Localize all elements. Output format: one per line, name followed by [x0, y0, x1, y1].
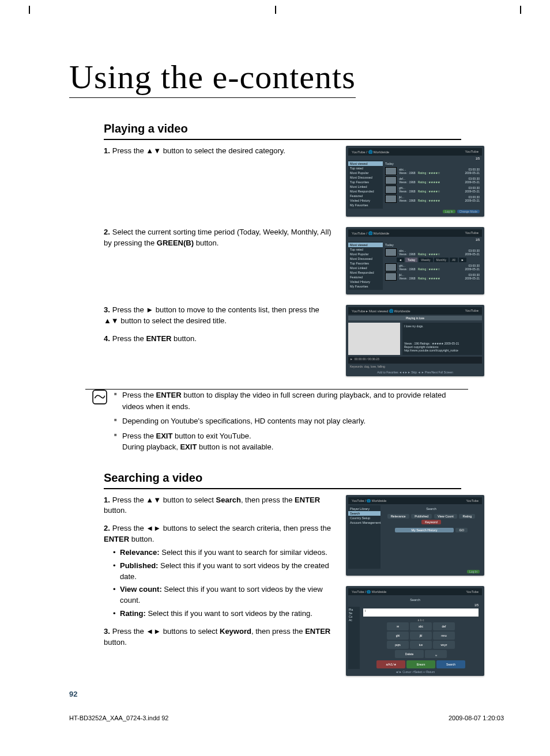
ss-sidebar: Most viewed Top rated Most Popular Most … [348, 160, 383, 209]
ss-path: YouTube / 🌐 Worldwide [352, 231, 389, 235]
sidebar-item[interactable]: Most Responded [348, 189, 383, 194]
note-2: Depending on Youtube's specifications, H… [114, 415, 461, 427]
login-button[interactable]: Log In [443, 210, 455, 213]
video-info: I love my dogs. Views : 196 Ratings : ★★… [402, 323, 482, 355]
list-item[interactable]: ghi...Views : 1968 Rating : ★★★★☆03:00:3… [385, 263, 480, 271]
sidebar-item[interactable]: Most Linked [348, 184, 383, 189]
key[interactable]: ✉ [387, 622, 409, 630]
sidebar-item[interactable]: Featured [348, 275, 383, 279]
sidebar-item[interactable]: Most viewed [348, 161, 383, 166]
play-step-3: 3.Press the ► button to move to the cont… [104, 305, 334, 327]
sidebar-item[interactable]: Top Favorites [348, 180, 383, 184]
search-step-2: 2.Press the ◄► buttons to select the sea… [104, 523, 334, 619]
key-tuv[interactable]: tuv [410, 641, 432, 649]
play-step-1: 1.Press the ▲▼ button to select the desi… [104, 146, 334, 157]
pill-published[interactable]: Published [411, 514, 432, 519]
sidebar-item[interactable]: Most Discussed [348, 256, 383, 261]
sidebar-item[interactable]: Visited History [348, 279, 383, 284]
search-step-3: 3.Press the ◄► buttons to select Keyword… [104, 626, 334, 648]
note-3: Press the EXIT button to exit YouTube.Du… [114, 430, 461, 453]
play-step-4: 4.Press the ENTER button. [104, 334, 334, 345]
sort-label: Today [385, 243, 480, 247]
sort-strip: ◄ Today Weekly Monthly All ► [397, 258, 480, 262]
sidebar-item[interactable]: Most viewed [348, 243, 383, 247]
pill-keyword[interactable]: Keyword [421, 520, 440, 524]
key-pqrs[interactable]: pqrs [387, 641, 409, 649]
key-search[interactable]: Search [436, 660, 465, 668]
step-text: Press the ► button to move to the conten… [104, 305, 319, 325]
page-number: 92 [69, 690, 77, 698]
sidebar-item[interactable]: Account Management [348, 520, 381, 525]
section-searching-title: Searching a video [104, 471, 461, 489]
notes-list: Press the ENTER button to display the vi… [114, 390, 461, 456]
pill-rating[interactable]: Rating [459, 514, 475, 519]
sidebar-item[interactable]: Most Popular [348, 171, 383, 175]
keyword-input[interactable]: I [363, 608, 479, 617]
ss-path: YouTube ▸ Most viewed 🌐 Worldwide [352, 309, 410, 313]
search-step-1: 1.Press the ▲▼ button to select Search, … [104, 495, 334, 517]
ss-list: Today abc...Views : 1968 Rating : ★★★★☆0… [383, 160, 482, 209]
sidebar-item[interactable]: Most Linked [348, 266, 383, 270]
sort-opt-monthly[interactable]: Monthly [434, 258, 449, 262]
ss-logo: YouTube [465, 309, 479, 313]
sidebar-item[interactable]: Player Library [348, 506, 381, 511]
key-wxyz[interactable]: wxyz [433, 641, 455, 649]
key-delete[interactable]: Delete [395, 650, 424, 658]
list-item[interactable]: jkl...Views : 1968 Rating : ★★★★★03:00:3… [385, 195, 480, 203]
bullet-viewcount: View count: Select this if you want to s… [113, 584, 334, 606]
keyboard-footer: ◄/► Cursor ⏎Select ↩ Return [348, 669, 482, 674]
sidebar-item[interactable]: My Favorites [348, 284, 383, 289]
sidebar-item[interactable]: Country Setup [348, 516, 381, 520]
ss-logo: YouTube [465, 150, 479, 154]
playback-time: 00:00:00 / 00:36:23 [355, 357, 379, 361]
go-button[interactable]: GO [455, 528, 468, 532]
key-ghi[interactable]: ghi [387, 632, 409, 640]
screenshot-playback: YouTube ▸ Most viewed 🌐 WorldwideYouTube… [346, 305, 484, 376]
note-1: Press the ENTER button to display the vi… [114, 390, 461, 412]
video-thumbnail [348, 323, 400, 355]
sidebar-item[interactable]: Top rated [348, 247, 383, 252]
search-history-button[interactable]: My Search History [395, 528, 454, 532]
key-mode[interactable]: a/A/1/★ [376, 660, 405, 668]
sidebar-item[interactable]: Visited History [348, 198, 383, 203]
ss-path: YouTube / 🌐 Worldwide [352, 150, 389, 154]
list-item[interactable]: abc...Views : 1968 Rating : ★★★★☆03:00:3… [385, 167, 480, 175]
step-text: button. [171, 334, 196, 343]
step-text: Press the [112, 334, 146, 343]
list-item[interactable]: abc...Views : 1968 Rating : ★★★★☆03:00:3… [385, 248, 480, 256]
sidebar-item[interactable]: Most Popular [348, 252, 383, 256]
sidebar-item[interactable]: Featured [348, 194, 383, 198]
enter-label: ENTER [146, 334, 171, 343]
sidebar-item[interactable]: My Favorites [348, 203, 383, 207]
key-jkl[interactable]: jkl [410, 632, 432, 640]
step-text: button. [194, 239, 219, 247]
screenshot-search-criteria: YouTube / 🌐 WorldwideYouTube Player Libr… [346, 495, 484, 576]
list-item[interactable]: def...Views : 1968 Rating : ★★★★★03:00:3… [385, 176, 480, 184]
key-mno[interactable]: mno [433, 632, 455, 640]
pill-viewcount[interactable]: View Count [434, 514, 457, 519]
ss-logo: YouTube [465, 231, 479, 235]
playback-title-bar: Playing in love [348, 316, 482, 320]
sidebar-item[interactable]: Top rated [348, 166, 383, 171]
login-button[interactable]: Log In [467, 570, 480, 573]
chapter-title: Using the e-contents [69, 58, 356, 98]
sidebar-item[interactable]: Top Favorites [348, 261, 383, 266]
key-space[interactable]: ␣ [425, 650, 447, 658]
sort-opt-today[interactable]: Today [405, 258, 417, 262]
key-abc[interactable]: abc [410, 622, 432, 630]
screenshot-sort-period: YouTube / 🌐 WorldwideYouTube 1/5 Most vi… [346, 227, 484, 294]
sort-opt-weekly[interactable]: Weekly [419, 258, 432, 262]
pill-relevance[interactable]: Relevance [387, 514, 409, 519]
change-mode-button[interactable]: Change Mode [457, 210, 480, 213]
green-b-label: GREEN(B) [157, 239, 194, 247]
key-ereum[interactable]: Ereum [406, 660, 435, 668]
sidebar-item[interactable]: Most Discussed [348, 175, 383, 180]
sort-opt-all[interactable]: All [450, 258, 458, 262]
sidebar-item[interactable]: Most Responded [348, 270, 383, 275]
key-def[interactable]: def [433, 622, 455, 630]
bullet-rating: Rating: Select this if you want to sort … [113, 608, 334, 619]
play-step-1-text: Press the ▲▼ button to select the desire… [112, 146, 285, 155]
list-item[interactable]: ghi...Views : 1968 Rating : ★★★★☆03:00:3… [385, 186, 480, 194]
list-item[interactable]: jkl...Views : 1968 Rating : ★★★★★03:00:3… [385, 273, 480, 281]
sidebar-item[interactable]: Search [348, 511, 381, 516]
